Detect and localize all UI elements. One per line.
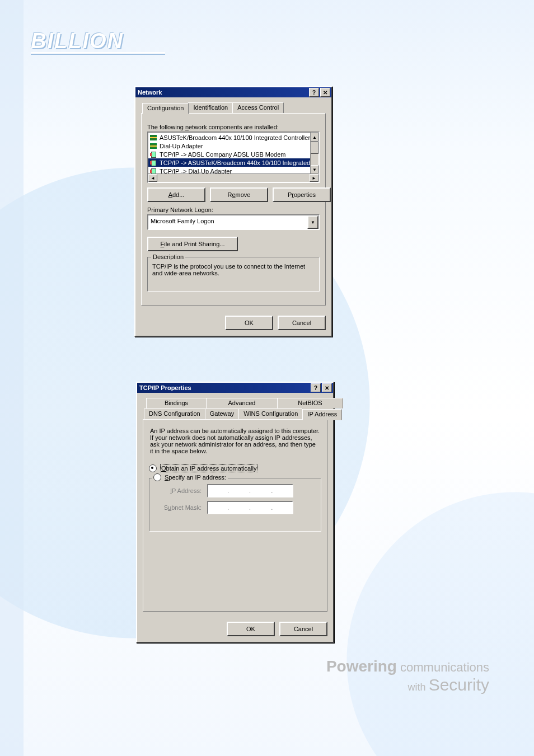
tab-wins[interactable]: WINS Configuration [238, 408, 303, 420]
list-scrollbar-vertical[interactable]: ▲ ▼ [310, 133, 318, 174]
list-item[interactable]: TCP/IP -> ASUSTeK/Broadcom 440x 10/100 I… [148, 158, 318, 167]
ip-octet[interactable] [252, 485, 270, 496]
subnet-mask-input[interactable]: . . . [207, 501, 293, 514]
decorative-left-stripe [0, 0, 24, 756]
scroll-right-icon[interactable]: ► [310, 174, 318, 182]
nic-icon [149, 143, 157, 149]
tab-bindings[interactable]: Bindings [146, 398, 207, 408]
brand-logo: BILLION [31, 29, 165, 54]
primary-logon-value: Microsoft Family Logon [148, 215, 307, 227]
close-icon[interactable]: ✕ [320, 88, 330, 97]
description-group: Description TCP/IP is the protocol you u… [147, 257, 320, 292]
protocol-icon [149, 151, 157, 158]
primary-logon-dropdown[interactable]: Microsoft Family Logon ▼ [147, 214, 320, 230]
ip-octet[interactable] [252, 502, 270, 513]
tagline-communications: communications [397, 660, 489, 674]
tcpip-intro-text: An IP address can be automatically assig… [150, 428, 320, 454]
tab-ip-address[interactable]: IP Address [302, 409, 342, 420]
help-icon[interactable]: ? [309, 88, 319, 97]
radio-specify-ip[interactable]: Specify an IP address: [153, 473, 226, 481]
cancel-button[interactable]: Cancel [279, 622, 327, 636]
ip-octet[interactable] [274, 502, 292, 513]
ip-octet[interactable] [208, 485, 226, 496]
list-item[interactable]: TCP/IP -> ADSL Company ADSL USB Modem [148, 150, 318, 158]
cancel-button[interactable]: Cancel [278, 316, 326, 330]
description-legend: Description [151, 253, 185, 260]
tagline-powering: Powering [326, 658, 397, 675]
tab-identification[interactable]: Identification [188, 102, 233, 114]
radio-dot-icon [153, 473, 161, 481]
tab-configuration[interactable]: Configuration [142, 103, 189, 114]
help-icon[interactable]: ? [311, 383, 321, 392]
ip-address-input[interactable]: . . . [207, 484, 293, 497]
chevron-down-icon[interactable]: ▼ [307, 215, 318, 229]
specify-ip-group: Specify an IP address: IP Address: . . . [149, 478, 321, 532]
protocol-icon [149, 159, 157, 166]
primary-logon-label: Primary Network Logon: [147, 206, 320, 213]
remove-button[interactable]: Remove [210, 187, 268, 202]
components-label: The following network components are ins… [147, 124, 320, 130]
tab-dns[interactable]: DNS Configuration [144, 408, 205, 420]
tab-gateway[interactable]: Gateway [205, 408, 239, 420]
subnet-mask-label: Subnet Mask: [154, 504, 207, 511]
tcpip-tabs-row2: DNS Configuration Gateway WINS Configura… [144, 408, 327, 419]
brand-logo-text: BILLION [31, 29, 124, 53]
scroll-left-icon[interactable]: ◄ [148, 174, 157, 182]
components-listbox[interactable]: ASUSTeK/Broadcom 440x 10/100 Integrated … [147, 132, 320, 183]
ok-button[interactable]: OK [227, 622, 275, 636]
ip-octet[interactable] [208, 502, 226, 513]
scroll-up-icon[interactable]: ▲ [311, 133, 318, 142]
tagline-security: Security [429, 675, 489, 694]
file-print-sharing-button[interactable]: File and Print Sharing... [147, 237, 238, 251]
network-tabs: Configuration Identification Access Cont… [142, 102, 326, 113]
list-item[interactable]: Dial-Up Adapter [148, 142, 318, 150]
list-scrollbar-horizontal[interactable]: ◄ ► [148, 173, 318, 182]
properties-button[interactable]: Properties [273, 187, 331, 202]
tcpip-titlebar[interactable]: TCP/IP Properties ? ✕ [137, 383, 333, 393]
tcpip-title: TCP/IP Properties [139, 384, 191, 391]
tab-access-control[interactable]: Access Control [232, 102, 284, 114]
tagline-with: with [408, 682, 429, 693]
list-item[interactable]: ASUSTeK/Broadcom 440x 10/100 Integrated … [148, 133, 318, 142]
network-titlebar[interactable]: Network ? ✕ [135, 87, 331, 97]
description-text: TCP/IP is the protocol you use to connec… [152, 263, 315, 287]
tab-advanced[interactable]: Advanced [206, 398, 278, 408]
ip-address-label: IP Address: [154, 487, 207, 494]
tab-netbios[interactable]: NetBIOS [277, 398, 343, 408]
scroll-down-icon[interactable]: ▼ [311, 165, 318, 174]
scroll-thumb[interactable] [311, 142, 318, 154]
nic-icon [149, 134, 157, 141]
close-icon[interactable]: ✕ [322, 383, 332, 392]
ok-button[interactable]: OK [225, 316, 273, 330]
network-title: Network [138, 89, 162, 96]
tcpip-dialog: TCP/IP Properties ? ✕ Bindings Advanced … [136, 382, 334, 643]
radio-obtain-auto[interactable]: Obtain an IP address automatically [149, 464, 321, 472]
tagline: Powering communications with Security [326, 658, 489, 694]
ip-octet[interactable] [230, 502, 248, 513]
add-button[interactable]: Add... [147, 187, 205, 202]
network-dialog: Network ? ✕ Configuration Identification… [134, 86, 332, 337]
ip-octet[interactable] [274, 485, 292, 496]
tcpip-tabs-row1: Bindings Advanced NetBIOS [146, 397, 327, 408]
ip-octet[interactable] [230, 485, 248, 496]
radio-dot-icon [149, 464, 157, 472]
